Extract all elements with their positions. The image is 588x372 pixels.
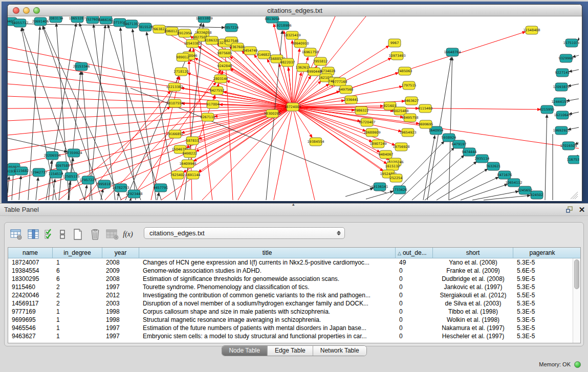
graph-node[interactable]: 16782753 [112, 184, 129, 192]
citation-edge-black[interactable] [545, 115, 547, 200]
graph-node[interactable]: 12444151 [551, 98, 568, 106]
cell-in-degree[interactable]: 1 [53, 324, 102, 332]
column-header-name[interactable]: name [8, 248, 53, 258]
table-rows[interactable]: 1872400712008Changes of HCN gene express… [8, 258, 573, 343]
citation-edge-black[interactable] [120, 28, 136, 200]
graph-node[interactable]: 9474444 [462, 148, 477, 156]
cell-short[interactable]: Stergiakouli et al. (2012) [433, 291, 513, 299]
graph-node[interactable]: 7955812 [313, 57, 328, 65]
scrollbar-thumb[interactable] [574, 259, 579, 289]
tab-network-table[interactable]: Network Table [313, 346, 366, 356]
cell-out-de-[interactable]: 0 [396, 275, 433, 283]
cell-title[interactable]: Disruption of a novel member of a sodium… [139, 299, 396, 308]
graph-node[interactable]: 8427552 [210, 86, 225, 95]
graph-node[interactable]: 2083134 [49, 16, 63, 23]
graph-node[interactable]: 15720407 [358, 118, 375, 126]
cell-pagerank[interactable]: 5.6E-5 [513, 267, 571, 275]
graph-node[interactable]: 252254 [390, 174, 403, 182]
cell-in-degree[interactable]: 1 [53, 308, 102, 316]
vertical-scrollbar[interactable] [573, 258, 580, 343]
cell-short[interactable]: Jankovic et al. (1997) [433, 283, 513, 291]
graph-node[interactable]: 12093872 [553, 83, 570, 91]
graph-node[interactable]: 10973493 [388, 52, 405, 60]
graph-node[interactable]: 9822037 [280, 58, 295, 67]
cell-name[interactable]: 9115460 [8, 283, 53, 291]
citation-edge-black[interactable] [484, 195, 530, 200]
tab-edge-table[interactable]: Edge Table [268, 346, 313, 356]
cell-year[interactable]: 2012 [102, 291, 139, 299]
graph-node[interactable]: 17957223 [79, 176, 96, 184]
graph-node[interactable]: 17016504 [560, 142, 577, 150]
graph-node[interactable]: 1797515 [402, 81, 417, 90]
graph-node[interactable]: 19384554 [307, 138, 324, 146]
cell-title[interactable]: Tourette syndrome. Phenomenology and cla… [139, 283, 396, 291]
cell-pagerank[interactable]: 5.3E-5 [513, 283, 571, 291]
graph-node[interactable]: 9967 [388, 39, 401, 47]
citation-edge-red[interactable] [293, 49, 299, 107]
graph-node[interactable]: 8990448 [307, 68, 322, 76]
graph-node[interactable]: 9498222 [183, 149, 198, 158]
citation-edge-black[interactable] [399, 148, 454, 200]
citation-edge-black[interactable] [8, 177, 9, 193]
graph-node[interactable]: 7986322 [354, 106, 369, 115]
graph-node[interactable]: 8471676 [497, 171, 512, 179]
cell-short[interactable]: Yano et al. (2008) [433, 258, 513, 267]
citation-edge-black[interactable] [569, 70, 579, 72]
citation-edge-red[interactable] [8, 107, 293, 135]
table-row[interactable]: 946554611997Estimation of the future num… [8, 324, 573, 332]
graph-node[interactable]: 19218986 [274, 21, 291, 30]
cell-in-degree[interactable]: 1 [53, 258, 102, 267]
citation-edge-red[interactable] [292, 40, 293, 107]
graph-node[interactable]: 16033809 [195, 16, 212, 23]
column-header-out-de-[interactable]: △out_de... [396, 248, 433, 258]
cell-pagerank[interactable]: 5.3E-5 [513, 308, 571, 316]
cell-in-degree[interactable]: 6 [53, 275, 102, 283]
citation-edge-red[interactable] [8, 107, 293, 108]
graph-node[interactable]: 1527602 [85, 16, 100, 24]
graph-node[interactable]: 15751074 [563, 39, 579, 47]
graph-node[interactable]: 9457791 [154, 184, 168, 192]
graph-node[interactable]: 16210643 [554, 111, 571, 119]
graph-node[interactable]: 8454749 [243, 47, 258, 55]
graph-node[interactable]: 12213383 [166, 83, 183, 91]
graph-node[interactable]: 7815526 [138, 23, 153, 31]
cell-name[interactable]: 14569117 [8, 299, 53, 308]
table-row[interactable]: 977716911998Corpus callosum shape and si… [8, 308, 573, 316]
citation-edge-black[interactable] [8, 138, 67, 152]
cell-year[interactable]: 2008 [102, 258, 139, 267]
cell-out-de-[interactable]: 0 [396, 324, 433, 332]
cell-in-degree[interactable]: 2 [53, 291, 102, 299]
graph-node[interactable]: 16409948 [179, 160, 196, 168]
cell-year[interactable]: 1997 [102, 332, 139, 340]
cell-pagerank[interactable]: 5.3E-5 [513, 316, 571, 324]
function-builder-icon[interactable]: f(x) [122, 227, 134, 242]
graph-node[interactable]: 8267110 [201, 113, 215, 121]
citation-edge-black[interactable] [90, 25, 105, 200]
graph-node[interactable]: 16961758 [301, 48, 318, 56]
graph-node[interactable]: 6497568 [339, 85, 354, 94]
citation-edge-red[interactable] [230, 69, 293, 107]
citation-edge-red[interactable] [187, 73, 293, 107]
citation-edge-black[interactable] [573, 55, 579, 57]
table-row[interactable]: 1872400712008Changes of HCN gene express… [8, 258, 573, 267]
graph-node[interactable]: 19654923 [399, 128, 416, 137]
cell-short[interactable]: Franke et al. (2009) [433, 267, 513, 275]
graph-node[interactable]: 2336441 [344, 96, 359, 104]
cell-year[interactable]: 2008 [102, 275, 139, 283]
graph-node[interactable]: 19958187 [96, 180, 113, 188]
citation-edge-red[interactable] [8, 59, 293, 107]
graph-node[interactable]: 924502 [531, 191, 543, 199]
citation-edge-black[interactable] [117, 193, 119, 200]
graph-node[interactable]: 9227141 [555, 69, 570, 77]
graph-node[interactable]: 9115460 [418, 104, 433, 113]
graph-node[interactable]: 10653287 [69, 16, 85, 23]
cell-pagerank[interactable]: 5.3E-5 [513, 324, 571, 332]
graph-node[interactable]: 20691406 [32, 17, 49, 26]
graph-node[interactable]: 18107554 [166, 99, 183, 107]
graph-node[interactable]: 19166852 [166, 130, 183, 138]
table-header-row[interactable]: namein_degreeyeartitle△out_de...shortpag… [8, 248, 580, 258]
cell-title[interactable]: Structural magnetic resonance image aver… [139, 316, 396, 324]
graph-node[interactable]: 6479197 [452, 140, 467, 148]
graph-node[interactable]: 19136141 [371, 183, 388, 191]
cell-pagerank[interactable]: 5.5E-5 [513, 291, 571, 299]
